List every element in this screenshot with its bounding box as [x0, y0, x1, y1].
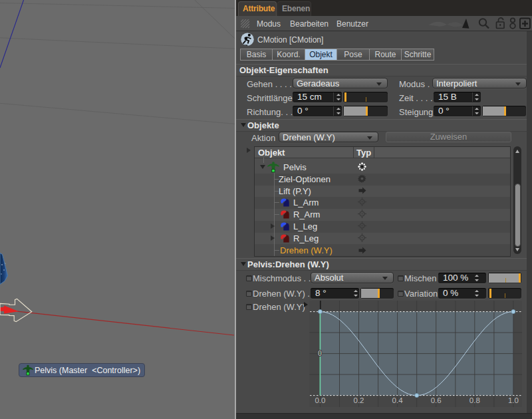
- svg-text:0.2: 0.2: [354, 396, 364, 404]
- svg-text:0.0: 0.0: [315, 396, 325, 404]
- svg-text:0.8: 0.8: [469, 396, 480, 404]
- svg-text:1.0: 1.0: [508, 396, 519, 404]
- svg-text:0.4: 0.4: [392, 396, 404, 404]
- svg-text:0.6: 0.6: [431, 396, 442, 404]
- svg-text:0: 0: [318, 349, 322, 357]
